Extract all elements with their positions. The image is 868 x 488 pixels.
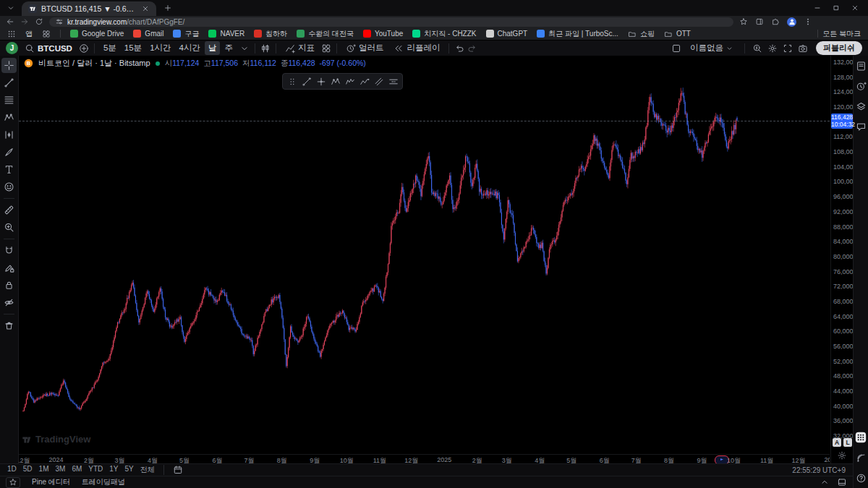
crosshair-tool[interactable] — [1, 58, 17, 73]
range-3M-button[interactable]: 3M — [56, 465, 66, 475]
symbol-search[interactable]: BTCUSD — [21, 42, 76, 55]
bookmark-item[interactable]: 침하하 — [254, 29, 287, 39]
replay-button[interactable]: 리플레이 — [390, 41, 443, 55]
bookmark-item[interactable]: Gmail — [133, 30, 163, 38]
publish-button[interactable]: 퍼블리쉬 — [816, 41, 862, 55]
layers-icon[interactable] — [856, 101, 867, 112]
bookmark-item[interactable]: 구글 — [173, 29, 199, 39]
range-5D-button[interactable]: 5D — [23, 465, 33, 475]
interval-button-15분[interactable]: 15분 — [121, 41, 145, 55]
float-flat-channel-tool[interactable] — [386, 75, 400, 87]
alert-clock-icon[interactable] — [856, 81, 867, 92]
range-1Y-button[interactable]: 1Y — [109, 465, 118, 475]
range-전체-button[interactable]: 전체 — [140, 465, 155, 475]
browser-tab[interactable]: BTCUSD 116,415 ▼ -0.61% — [22, 1, 156, 16]
bottom-panel-icon[interactable] — [837, 477, 847, 487]
bookmark-star-icon[interactable] — [739, 17, 748, 26]
redo-icon[interactable] — [467, 43, 477, 53]
bookmark-item[interactable]: NAVER — [208, 30, 244, 38]
close-window-icon[interactable] — [851, 4, 859, 12]
range-1D-button[interactable]: 1D — [7, 465, 17, 475]
bookmark-item[interactable]: 쇼핑 — [628, 29, 655, 39]
pine-editor-tab[interactable]: Pine 에디터 — [32, 477, 70, 487]
time-axis[interactable]: 12월20242월3월4월5월6월7월8월9월10월11월12월20252월3월… — [19, 454, 830, 464]
forward-icon[interactable] — [20, 17, 29, 26]
float-elliott-correction-tool[interactable] — [357, 75, 371, 87]
range-YTD-button[interactable]: YTD — [88, 465, 103, 475]
apps-shortcut[interactable]: 앱 — [25, 29, 33, 39]
tab-search-chevron[interactable] — [4, 2, 17, 14]
float-parallel-channel-tool[interactable] — [372, 75, 386, 87]
bookmark-item[interactable]: 치지직 - CHZZK — [412, 29, 476, 39]
tab-close-icon[interactable] — [141, 4, 150, 13]
interval-chevron-icon[interactable] — [239, 43, 250, 53]
bookmark-item[interactable]: 수왕의 대전국 — [297, 29, 354, 39]
snapshot-camera-icon[interactable] — [798, 43, 808, 53]
layout-name-menu[interactable]: 이름없음 — [686, 41, 737, 55]
forecast-tool[interactable] — [1, 127, 17, 142]
maximize-icon[interactable] — [832, 4, 841, 12]
indicators-button[interactable]: 지표 — [281, 41, 318, 55]
clock[interactable]: 22:55:29 UTC+9 — [792, 466, 846, 474]
bookmark-item[interactable]: ChatGPT — [486, 30, 528, 38]
range-5Y-button[interactable]: 5Y — [125, 465, 134, 475]
extensions-puzzle-icon[interactable] — [771, 17, 780, 26]
text-tool-tool[interactable] — [1, 162, 17, 177]
quick-search-icon[interactable] — [752, 43, 762, 53]
float-elliott-impulse-tool[interactable] — [343, 75, 357, 87]
interval-button-1시간[interactable]: 1시간 — [146, 41, 174, 55]
back-icon[interactable] — [6, 17, 14, 26]
chat-icon[interactable] — [856, 121, 867, 132]
go-to-date-calendar-icon[interactable] — [173, 465, 183, 475]
all-bookmarks[interactable]: 모든 북마크 — [817, 29, 861, 39]
bookmark-item[interactable]: YouTube — [363, 30, 403, 38]
indicator-templates-icon[interactable] — [321, 43, 331, 53]
interval-button-주[interactable]: 주 — [221, 41, 237, 55]
interval-button-4시간[interactable]: 4시간 — [176, 41, 204, 55]
address-bar[interactable]: kr.tradingview.com/chart/DAfPGgFE/ — [49, 17, 733, 27]
minimize-icon[interactable] — [813, 4, 822, 12]
apps-grid9-icon[interactable] — [855, 432, 867, 443]
candlestick-chart[interactable] — [19, 56, 830, 454]
chart-type-candles-icon[interactable] — [260, 43, 271, 53]
settings-gear-icon[interactable] — [767, 43, 778, 53]
side-panel-icon[interactable] — [755, 17, 764, 26]
trash-tool[interactable] — [1, 318, 17, 333]
emoji-tool[interactable] — [1, 179, 17, 194]
undo-icon[interactable] — [454, 43, 464, 53]
apps-grid-icon[interactable] — [7, 30, 16, 38]
profile-avatar[interactable] — [787, 17, 796, 27]
bookmark-item[interactable]: 최근 파일 | TurboSc... — [537, 29, 618, 39]
float-pattern-tool[interactable] — [328, 75, 342, 87]
favorites-star-button[interactable] — [6, 477, 20, 488]
price-axis[interactable]: 116,428 10:04:32 A L 132,000128,000124,0… — [830, 56, 853, 463]
alert-button[interactable]: 얼러트 — [342, 41, 388, 55]
float-cross-line-tool[interactable] — [314, 75, 328, 87]
new-tab-button[interactable] — [161, 1, 175, 15]
ruler-tool[interactable] — [1, 202, 17, 218]
watchlist-icon[interactable] — [856, 61, 867, 72]
chart-pane[interactable]: B 비트코인 / 달러 · 1날 · Bitstamp 시117,124 고11… — [19, 56, 830, 454]
range-1M-button[interactable]: 1M — [39, 465, 49, 475]
compare-add-icon[interactable] — [79, 43, 89, 53]
range-6M-button[interactable]: 6M — [72, 465, 82, 475]
bookmark-item[interactable]: Google Drive — [70, 30, 124, 38]
reload-icon[interactable] — [35, 17, 43, 26]
user-avatar[interactable]: J — [6, 42, 18, 54]
fib-tool[interactable] — [1, 93, 17, 108]
magnet-tool[interactable] — [1, 243, 17, 258]
help-icon[interactable] — [856, 473, 867, 484]
brush-tool[interactable] — [1, 145, 17, 160]
interval-button-날[interactable]: 날 — [205, 41, 221, 55]
save-layout-icon[interactable] — [671, 43, 681, 53]
interval-button-5분[interactable]: 5분 — [100, 41, 120, 55]
axis-settings-gear-icon[interactable] — [837, 450, 847, 461]
drag-handle[interactable] — [285, 75, 299, 87]
menu-dots-icon[interactable] — [804, 17, 812, 26]
floating-drawing-toolbar[interactable] — [282, 73, 403, 90]
fullscreen-icon[interactable] — [783, 43, 793, 53]
bookmark-item[interactable]: OTT — [664, 30, 691, 38]
chart-legend[interactable]: B 비트코인 / 달러 · 1날 · Bitstamp 시117,124 고11… — [24, 58, 366, 69]
float-trend-line-tool[interactable] — [299, 75, 313, 87]
trading-panel-tab[interactable]: 트레이딩패널 — [82, 477, 125, 487]
